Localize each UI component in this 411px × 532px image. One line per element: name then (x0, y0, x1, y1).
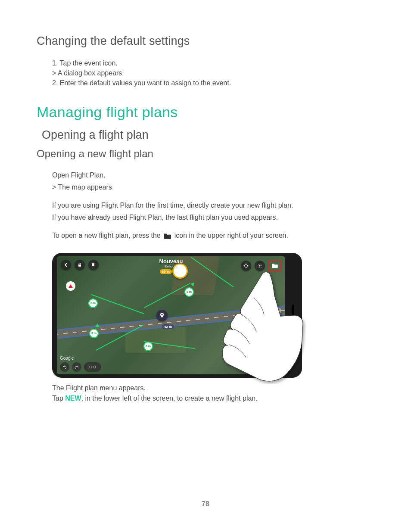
text-cursor-icon: I (277, 327, 279, 333)
folder-button-highlight[interactable] (268, 260, 281, 272)
body-text: Open Flight Plan. > The map appears. If … (52, 170, 374, 241)
body-p2: > The map appears. (52, 182, 374, 193)
folder-icon (163, 232, 172, 239)
altitude-slider[interactable]: I (275, 308, 281, 333)
back-button[interactable] (61, 260, 71, 270)
phone-speaker (292, 305, 294, 326)
plan-title-area: Nouveau Bebop 2 (159, 258, 183, 268)
waypoint-label: 3 m (91, 332, 97, 335)
waypoint-label: 3 m (90, 302, 96, 305)
waypoint[interactable]: 3 m (184, 287, 194, 297)
page-number: 78 (0, 500, 411, 508)
figure-caption: The Flight plan menu appears. Tap NEW, i… (52, 383, 374, 404)
step-1: 1. Tap the event icon. (52, 58, 374, 68)
waypoint[interactable]: 3 m (88, 299, 98, 308)
waypoint[interactable]: 3 m (143, 342, 153, 351)
body-p4: If you have already used Flight Plan, th… (52, 212, 374, 223)
app-screenshot-figure: 60 m 3 m 3 m 3 m 3 m 42 m (52, 253, 302, 378)
steps-list: 1. Tap the event icon. > A dialog box ap… (52, 58, 374, 88)
heading-managing-flight-plans: Managing flight plans (37, 104, 374, 121)
heading-opening-new-flight-plan: Opening a new flight plan (37, 148, 374, 160)
redo-button[interactable] (72, 362, 81, 372)
body-p5-post: icon in the upper right of your screen. (174, 230, 288, 241)
play-button[interactable] (270, 360, 281, 371)
phone-frame: 60 m 3 m 3 m 3 m 3 m 42 m (52, 253, 302, 378)
flight-path (91, 294, 144, 314)
direction-arrow-icon (95, 324, 100, 327)
body-p3: If you are using Flight Plan for the fir… (52, 200, 374, 211)
caption-line2: Tap NEW, in the lower left of the screen… (52, 393, 374, 404)
svg-point-2 (89, 366, 92, 368)
caption-line1: The Flight plan menu appears. (52, 383, 374, 393)
edit-icon (91, 263, 96, 267)
heading-changing-defaults: Changing the default settings (37, 34, 374, 48)
top-right-toolbar (241, 260, 281, 272)
lock-button[interactable] (75, 260, 85, 270)
step-note: > A dialog box appears. (52, 68, 374, 78)
top-left-toolbar (61, 260, 99, 270)
folder-icon (271, 263, 278, 269)
waypoint-label: 3 m (146, 345, 151, 348)
undo-button[interactable] (60, 362, 69, 372)
heading-opening-flight-plan: Opening a flight plan (42, 128, 374, 142)
map-attribution: Google (60, 356, 74, 361)
body-p1: Open Flight Plan. (52, 170, 374, 180)
location-pin-icon[interactable] (156, 310, 168, 321)
step-2: 2. Enter the default values you want to … (52, 78, 374, 88)
plan-subtitle: Bebop 2 (159, 264, 183, 268)
waypoint[interactable]: 3 m (89, 329, 99, 338)
edit-button[interactable] (88, 260, 99, 270)
altitude-badge: 60 m (160, 269, 172, 274)
bottom-toolbar (60, 362, 282, 372)
settings-button[interactable] (255, 261, 265, 271)
caption-line2-post: , in the lower left of the screen, to cr… (81, 395, 258, 402)
phone-camera (288, 359, 292, 362)
undo-icon (62, 365, 67, 369)
map-field (125, 327, 186, 353)
body-p5-pre: To open a new flight plan, press the (52, 230, 161, 241)
app-screen: 60 m 3 m 3 m 3 m 3 m 42 m (57, 256, 285, 374)
svg-point-1 (259, 265, 261, 266)
body-p5: To open a new flight plan, press the ico… (52, 230, 374, 241)
caption-line2-pre: Tap (52, 395, 65, 402)
distance-badge: 42 m (162, 324, 174, 329)
warning-icon (66, 281, 75, 291)
gear-icon (257, 263, 262, 268)
crosshair-icon (243, 263, 249, 268)
timeline-icon (88, 365, 97, 369)
svg-point-0 (245, 264, 248, 267)
locate-button[interactable] (241, 261, 251, 271)
plan-title: Nouveau (159, 258, 183, 264)
timeline-button[interactable] (84, 362, 101, 372)
flight-path (144, 283, 190, 308)
redo-icon (75, 365, 79, 369)
caption-new-label: NEW (65, 395, 81, 402)
waypoint-label: 3 m (187, 290, 192, 293)
lock-icon (78, 263, 82, 267)
chevron-left-icon (64, 263, 68, 267)
svg-point-3 (93, 366, 96, 368)
slider-handle-top[interactable] (275, 308, 281, 314)
